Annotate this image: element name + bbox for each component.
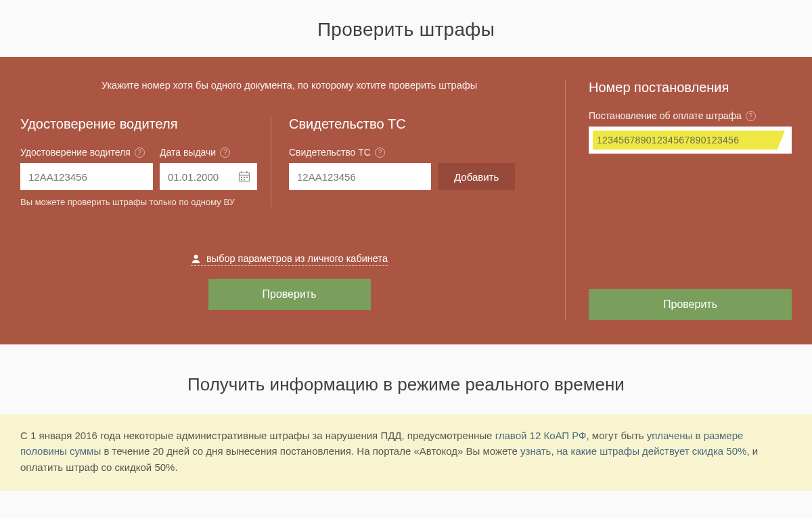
driver-section-title: Удостоверение водителя [20,116,258,132]
user-icon [191,254,201,264]
driver-helper-text: Вы можете проверить штрафы только по одн… [20,197,258,207]
check-button-right[interactable]: Проверить [589,289,792,320]
banner-text-1: С 1 января 2016 года некоторые администр… [20,430,495,441]
help-icon[interactable]: ? [375,148,385,158]
info-banner: С 1 января 2016 года некоторые администр… [0,414,812,491]
driver-num-label: Удостоверение водителя [20,147,131,158]
page-title: Проверить штрафы [0,0,812,57]
driver-date-input[interactable] [160,163,257,190]
driver-date-label: Дата выдачи [160,147,216,158]
decree-column: Номер постановления Постановление об опл… [565,80,792,320]
profile-params-label: выбор параметров из личного кабинета [206,253,388,264]
banner-link-discount[interactable]: узнать, на какие штрафы действует скидка… [520,445,746,457]
check-panel: Укажите номер хотя бы одного документа, … [0,57,812,344]
banner-text-3: в течение 20 дней со дня вынесения поста… [101,445,520,457]
profile-params-link[interactable]: выбор параметров из личного кабинета [191,253,388,266]
decree-input[interactable]: 12345678901234567890123456 [589,127,792,154]
decree-label: Постановление об оплате штрафа [589,110,742,121]
driver-column: Удостоверение водителя Удостоверение вод… [20,116,271,207]
panel-left: Укажите номер хотя бы одного документа, … [20,80,565,320]
decree-value: 12345678901234567890123456 [589,127,792,154]
cert-column: Свидетельство ТС Свидетельство ТС ? Доба… [271,116,558,207]
svg-point-9 [194,254,198,258]
add-cert-button[interactable]: Добавить [438,163,515,190]
help-icon[interactable]: ? [135,148,145,158]
cert-num-label: Свидетельство ТС [289,147,371,158]
banner-link-koap[interactable]: главой 12 КоАП РФ [495,430,587,441]
help-icon[interactable]: ? [746,111,756,121]
help-icon[interactable]: ? [220,148,230,158]
check-button-left[interactable]: Проверить [208,279,371,310]
decree-section-title: Номер постановления [589,80,792,95]
cert-section-title: Свидетельство ТС [289,116,546,132]
realtime-section-title: Получить информацию в режиме реального в… [0,344,812,414]
cert-num-input[interactable] [289,163,431,190]
driver-num-input[interactable] [20,163,153,190]
instruction-text: Укажите номер хотя бы одного документа, … [20,80,558,91]
banner-text-2: , могут быть [587,430,647,441]
